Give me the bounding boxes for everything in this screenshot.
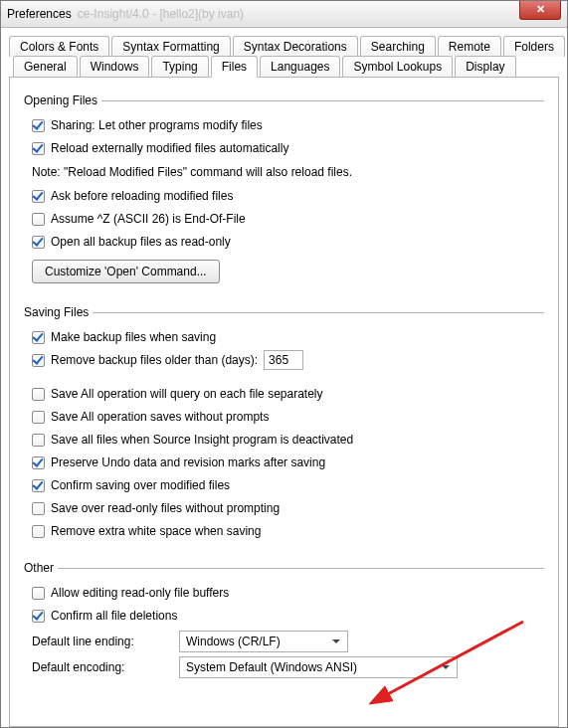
tab-remote[interactable]: Remote <box>438 36 501 57</box>
lbl-sharing: Sharing: Let other programs modify files <box>51 118 263 132</box>
cb-assume-z[interactable] <box>32 213 45 226</box>
group-legend-saving: Saving Files <box>24 305 93 319</box>
lbl-confirm-over: Confirm saving over modified files <box>51 478 230 492</box>
customize-open-button[interactable]: Customize 'Open' Command... <box>32 260 220 283</box>
close-button[interactable]: ✕ <box>519 1 561 20</box>
tab-display[interactable]: Display <box>455 56 515 77</box>
tab-colors-fonts[interactable]: Colors & Fonts <box>9 36 109 57</box>
cb-save-over-ro[interactable] <box>32 502 45 515</box>
lbl-confirm-del: Confirm all file deletions <box>51 609 177 623</box>
close-icon: ✕ <box>536 3 545 15</box>
lbl-remove-backup: Remove backup files older than (days): <box>51 353 258 367</box>
lbl-preserve-undo: Preserve Undo data and revision marks af… <box>51 455 325 469</box>
cb-make-backup[interactable] <box>32 331 45 344</box>
lbl-allow-ro: Allow editing read-only file buffers <box>51 586 229 600</box>
preferences-window: Preferences ce-Insight/4.0 - [hello2](by… <box>0 0 568 728</box>
cb-saveall-silent[interactable] <box>32 411 45 424</box>
cb-allow-ro[interactable] <box>32 587 45 600</box>
cb-confirm-over[interactable] <box>32 479 45 492</box>
lbl-remove-ws: Remove extra white space when saving <box>51 524 261 538</box>
titlebar-subtitle: ce-Insight/4.0 - [hello2](by ivan) <box>78 7 244 21</box>
group-legend-opening: Opening Files <box>24 93 101 107</box>
input-backup-days[interactable] <box>264 350 303 370</box>
lbl-saveall-silent: Save All operation saves without prompts <box>51 410 269 424</box>
content-area: Colors & FontsSyntax FormattingSyntax De… <box>1 28 567 727</box>
tab-strip: Colors & FontsSyntax FormattingSyntax De… <box>9 36 559 78</box>
chevron-down-icon <box>328 635 344 648</box>
lbl-line-ending: Default line ending: <box>32 635 171 648</box>
tab-syntax-formatting[interactable]: Syntax Formatting <box>111 36 230 57</box>
cb-remove-backup[interactable] <box>32 354 45 367</box>
note-reload: Note: "Reload Modified Files" command wi… <box>32 165 544 179</box>
lbl-make-backup: Make backup files when saving <box>51 330 216 344</box>
select-encoding-value: System Default (Windows ANSI) <box>186 660 357 674</box>
cb-sharing[interactable] <box>32 119 45 132</box>
group-legend-other: Other <box>24 561 58 575</box>
tab-folders[interactable]: Folders <box>503 36 565 57</box>
select-line-ending[interactable]: Windows (CR/LF) <box>179 631 348 652</box>
chevron-down-icon <box>438 660 454 674</box>
tab-typing[interactable]: Typing <box>151 56 208 77</box>
tab-windows[interactable]: Windows <box>80 56 150 77</box>
select-line-ending-value: Windows (CR/LF) <box>186 635 281 648</box>
cb-remove-ws[interactable] <box>32 525 45 538</box>
lbl-reload-ext: Reload externally modified files automat… <box>51 141 288 155</box>
cb-saveall-query[interactable] <box>32 388 45 401</box>
cb-reload-ext[interactable] <box>32 142 45 155</box>
tab-searching[interactable]: Searching <box>360 36 436 57</box>
group-opening-files: Opening Files Sharing: Let other program… <box>24 93 544 287</box>
lbl-ask-reload: Ask before reloading modified files <box>51 189 233 203</box>
cb-open-backup-ro[interactable] <box>32 236 45 249</box>
cb-save-deactivated[interactable] <box>32 434 45 447</box>
titlebar-title: Preferences <box>7 7 72 21</box>
tab-symbol-lookups[interactable]: Symbol Lookups <box>342 56 453 77</box>
cb-confirm-del[interactable] <box>32 610 45 623</box>
lbl-open-backup-ro: Open all backup files as read-only <box>51 235 231 249</box>
tab-row-1: Colors & FontsSyntax FormattingSyntax De… <box>9 36 559 57</box>
tab-files[interactable]: Files <box>211 56 258 78</box>
group-saving-files: Saving Files Make backup files when savi… <box>24 305 544 543</box>
lbl-saveall-query: Save All operation will query on each fi… <box>51 387 323 401</box>
group-other: Other Allow editing read-only file buffe… <box>24 561 544 682</box>
lbl-assume-z: Assume ^Z (ASCII 26) is End-Of-File <box>51 212 246 226</box>
tab-general[interactable]: General <box>13 56 78 77</box>
tab-panel-files: Opening Files Sharing: Let other program… <box>9 78 559 727</box>
lbl-encoding: Default encoding: <box>32 660 171 674</box>
cb-ask-reload[interactable] <box>32 190 45 203</box>
lbl-save-over-ro: Save over read-only files without prompt… <box>51 501 280 515</box>
select-encoding[interactable]: System Default (Windows ANSI) <box>179 656 458 678</box>
tab-row-2: GeneralWindowsTypingFilesLanguagesSymbol… <box>9 56 559 78</box>
tab-languages[interactable]: Languages <box>260 56 340 77</box>
cb-preserve-undo[interactable] <box>32 456 45 469</box>
titlebar: Preferences ce-Insight/4.0 - [hello2](by… <box>1 1 567 28</box>
tab-syntax-decorations[interactable]: Syntax Decorations <box>233 36 358 57</box>
lbl-save-deactivated: Save all files when Source Insight progr… <box>51 433 353 447</box>
